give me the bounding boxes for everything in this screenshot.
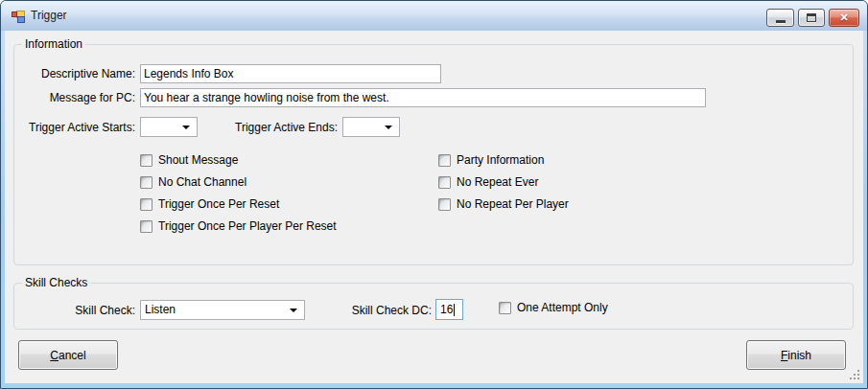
trigger-dialog-window: Trigger ✕ Information Descriptive Name: … <box>0 0 868 389</box>
checkbox-no-chat-channel[interactable]: No Chat Channel <box>140 174 246 190</box>
checkbox-trigger-once-per-reset[interactable]: Trigger Once Per Reset <box>140 196 279 212</box>
close-button[interactable]: ✕ <box>829 9 859 27</box>
checkbox-label: Trigger Once Per Player Per Reset <box>158 219 337 233</box>
chevron-down-icon <box>182 126 190 129</box>
checkbox-label: Shout Message <box>158 153 238 167</box>
message-for-pc-input[interactable]: You hear a strange howling noise from th… <box>140 88 706 107</box>
finish-button-label: Finish <box>747 349 845 362</box>
skill-check-dc-value: 16 <box>440 303 453 316</box>
checkbox-trigger-once-per-player-per-reset[interactable]: Trigger Once Per Player Per Reset <box>140 218 337 234</box>
cancel-button[interactable]: Cancel <box>18 340 118 370</box>
skill-check-value: Listen <box>145 303 176 316</box>
message-for-pc-label: Message for PC: <box>5 88 135 107</box>
trigger-active-ends-dropdown[interactable] <box>342 117 400 137</box>
checkbox-party-information[interactable]: Party Information <box>438 152 544 168</box>
window-title: Trigger <box>31 1 67 31</box>
checkbox-icon <box>438 198 451 211</box>
trigger-active-starts-dropdown[interactable] <box>140 117 198 137</box>
skill-check-label: Skill Check: <box>5 301 135 320</box>
titlebar[interactable]: Trigger ✕ <box>1 1 867 31</box>
checkbox-icon <box>140 154 152 167</box>
checkbox-one-attempt-only[interactable]: One Attempt Only <box>499 300 608 315</box>
checkbox-icon <box>438 176 451 189</box>
descriptive-name-label: Descriptive Name: <box>5 64 135 83</box>
cancel-button-label: Cancel <box>19 349 117 362</box>
checkbox-icon <box>438 154 451 167</box>
finish-button[interactable]: Finish <box>746 340 846 370</box>
checkbox-label: One Attempt Only <box>517 301 608 314</box>
skill-check-dc-label: Skill Check DC: <box>293 301 432 320</box>
skill-check-dropdown[interactable]: Listen <box>140 300 305 320</box>
descriptive-name-input[interactable]: Legends Info Box <box>140 64 441 83</box>
checkbox-label: Trigger Once Per Reset <box>158 197 279 211</box>
text-caret <box>454 304 455 316</box>
trigger-active-starts-label: Trigger Active Starts: <box>5 118 135 137</box>
resize-grip[interactable] <box>849 369 860 380</box>
checkbox-icon <box>140 198 152 211</box>
trigger-active-ends-label: Trigger Active Ends: <box>206 118 338 137</box>
checkbox-icon <box>140 176 152 189</box>
minimize-icon <box>776 20 786 23</box>
checkbox-label: No Repeat Ever <box>457 175 538 189</box>
checkbox-shout-message[interactable]: Shout Message <box>140 152 238 168</box>
checkbox-label: No Chat Channel <box>158 175 246 189</box>
skill-check-dc-input[interactable]: 16 <box>435 299 463 320</box>
winforms-app-icon <box>11 9 26 24</box>
information-group-label: Information <box>22 37 85 52</box>
checkbox-no-repeat-per-player[interactable]: No Repeat Per Player <box>438 196 569 212</box>
checkbox-label: No Repeat Per Player <box>457 197 569 211</box>
maximize-icon <box>807 13 816 22</box>
checkbox-no-repeat-ever[interactable]: No Repeat Ever <box>438 174 538 190</box>
minimize-button[interactable] <box>766 9 794 27</box>
dialog-client-area: Information Descriptive Name: Legends In… <box>5 31 863 383</box>
close-icon: ✕ <box>839 12 848 23</box>
window-controls: ✕ <box>766 9 859 27</box>
checkbox-icon <box>140 220 152 233</box>
maximize-button[interactable] <box>798 9 825 27</box>
checkbox-label: Party Information <box>457 153 544 167</box>
chevron-down-icon <box>385 126 392 129</box>
checkbox-icon <box>499 302 511 314</box>
skill-checks-group-label: Skill Checks <box>22 276 90 290</box>
